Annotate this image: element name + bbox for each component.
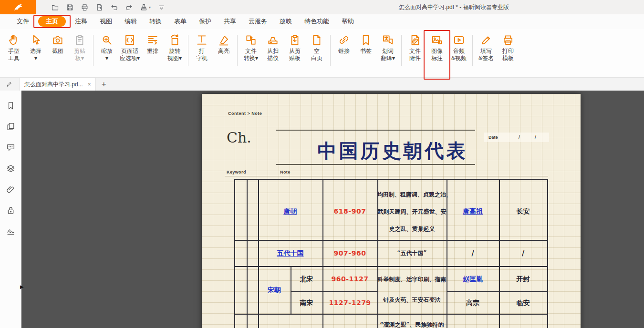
document-tab[interactable]: 怎么面对高中学习.pd... ×	[20, 78, 96, 91]
menu-tab-help[interactable]: 帮助	[335, 14, 360, 29]
ribbon-button-word-translate[interactable]: 划词翻译▾	[377, 33, 399, 63]
ribbon-button-from-scanner[interactable]: 从扫描仪	[262, 33, 284, 63]
menu-tab-label: 共享	[224, 18, 236, 25]
menu-tab-comment[interactable]: 注释	[69, 14, 93, 29]
save-button[interactable]	[66, 3, 74, 11]
sub-dynasty-label: 北宋	[291, 275, 322, 283]
dynasty-link[interactable]: 五代十国	[258, 249, 322, 257]
customize-toolbar-button[interactable]	[157, 3, 166, 11]
ribbon-button-select[interactable]: 选择▾	[25, 33, 47, 63]
sidebar-security-button[interactable]	[6, 206, 15, 215]
ribbon-button-typewriter[interactable]: 打字机	[191, 33, 213, 63]
ribbon-button-file-attachment[interactable]: 文件附件	[404, 33, 426, 63]
menu-bar: 文件主页注释视图编辑转换表单保护共享云服务放映特色功能帮助	[0, 14, 644, 29]
ribbon-button-page-fit-options[interactable]: 页面适应选项▾	[118, 33, 142, 63]
dynasty-link[interactable]: 宋朝	[258, 286, 291, 294]
dynasty-link[interactable]: 唐朝	[258, 207, 322, 215]
sidebar-signatures-button[interactable]	[6, 227, 15, 236]
document-canvas[interactable]: Content > Note Ch. Date / / 中国历史朝代表 Keyw…	[21, 91, 644, 328]
ribbon-button-blank-page[interactable]: 空白页	[306, 33, 328, 63]
menu-tab-form[interactable]: 表单	[168, 14, 193, 29]
menu-tab-file[interactable]: 文件	[10, 14, 35, 29]
menu-tab-label: 文件	[17, 18, 29, 25]
founder-link[interactable]: 唐高祖	[447, 207, 499, 215]
close-tab-icon[interactable]: ×	[88, 81, 91, 88]
foxit-logo[interactable]	[0, 0, 36, 14]
ribbon-button-fill-sign[interactable]: 填写&签名	[475, 33, 497, 63]
convert-icon	[245, 34, 257, 46]
ribbon-button-audio-video[interactable]: 音频&视频	[448, 33, 470, 63]
capital-value: 开封	[499, 275, 547, 283]
foxit-logo-icon	[13, 2, 23, 12]
image-icon	[431, 34, 443, 46]
ribbon-button-from-clipboard[interactable]: 从剪贴板	[284, 33, 306, 63]
menu-tab-cloud[interactable]: 云服务	[242, 14, 273, 29]
menu-tab-view[interactable]: 视图	[93, 14, 118, 29]
menu-tab-home[interactable]: 主页	[35, 14, 69, 29]
ribbon-button-image-annotation[interactable]: 图像标注	[426, 33, 448, 63]
menu-tab-protect[interactable]: 保护	[193, 14, 218, 29]
ribbon-button-label: 板▾	[75, 55, 84, 62]
founder-link[interactable]: 赵匡胤	[447, 275, 499, 283]
menu-tab-share[interactable]: 共享	[218, 14, 242, 29]
ribbon-button-label: 填写	[480, 48, 492, 55]
pencil-icon[interactable]	[6, 81, 13, 88]
sidebar-bookmarks-button[interactable]	[6, 101, 15, 110]
table-line	[247, 179, 248, 328]
ribbon-button-label: 空	[314, 48, 320, 55]
sidebar-attachments-button[interactable]	[6, 185, 15, 194]
open-file-icon	[51, 3, 59, 11]
menu-tab-edit[interactable]: 编辑	[118, 14, 143, 29]
layers-icon	[6, 164, 15, 173]
ribbon-button-zoom[interactable]: 缩放▾	[96, 33, 118, 63]
capital-value: 长安	[499, 207, 547, 215]
undo-icon	[110, 3, 118, 11]
sidebar-page-thumbnails-button[interactable]	[6, 122, 15, 131]
ribbon-button-label: 划词	[382, 48, 394, 55]
export-button[interactable]	[95, 3, 104, 11]
ribbon-button-bookmark[interactable]: 书签	[355, 33, 377, 56]
redo-button[interactable]	[125, 3, 133, 11]
ribbon-button-label: 书签	[360, 48, 372, 55]
sidebar-layers-button[interactable]	[6, 164, 15, 173]
ribbon-button-label: 文件	[409, 48, 421, 55]
ribbon-button-reflow[interactable]: 重排	[142, 33, 164, 56]
ribbon-button-label: 转换▾	[244, 55, 258, 62]
clipboard-icon	[73, 34, 86, 46]
menu-tab-label: 编辑	[125, 18, 137, 25]
ribbon-button-highlight[interactable]: 高亮	[213, 33, 235, 56]
ribbon-separator	[188, 35, 188, 66]
table-line	[234, 179, 548, 180]
print-button[interactable]	[81, 3, 89, 11]
menu-tab-convert[interactable]: 转换	[143, 14, 168, 29]
ribbon-button-rotate-view[interactable]: 旋转视图▾	[164, 33, 186, 63]
panel-expand-handle[interactable]: ▶	[20, 284, 24, 289]
undo-button[interactable]	[110, 3, 118, 11]
ribbon-button-print-template[interactable]: 打印模板	[497, 33, 519, 63]
comment-icon	[6, 143, 15, 152]
open-file-button[interactable]	[51, 3, 59, 11]
menu-tab-label: 主页	[38, 16, 66, 27]
menu-tab-present[interactable]: 放映	[273, 14, 298, 29]
ribbon-button-link[interactable]: 链接	[333, 33, 355, 56]
ribbon-button-label: 贴板	[289, 55, 301, 62]
print-icon	[81, 3, 89, 11]
ribbon-button-snapshot[interactable]: 截图	[47, 33, 69, 56]
ribbon-button-label: &视频	[451, 55, 467, 62]
ribbon-button-file-convert[interactable]: 文件转换▾	[240, 33, 262, 63]
ribbon-button-label: 视图▾	[167, 55, 182, 62]
stamp-tool-button[interactable]: ▾	[140, 3, 151, 11]
ribbon-button-label: 页面适	[121, 48, 138, 55]
new-tab-button[interactable]: +	[102, 80, 106, 88]
hand-icon	[8, 34, 20, 46]
ribbon-button-label: 翻译▾	[381, 55, 395, 62]
ribbon-button-hand-tool[interactable]: 手型工具	[3, 33, 25, 63]
ribbon-button-label: 模板	[502, 55, 514, 62]
menu-tab-features[interactable]: 特色功能	[298, 14, 335, 29]
pdf-page: Content > Note Ch. Date / / 中国历史朝代表 Keyw…	[202, 94, 581, 328]
ribbon-button-label: &签名	[478, 55, 494, 62]
menu-tab-label: 视图	[100, 18, 112, 25]
sidebar-comments-button[interactable]	[6, 143, 15, 152]
capital-value: 临安	[499, 298, 547, 307]
dropdown-caret-icon: ▾	[149, 5, 151, 10]
